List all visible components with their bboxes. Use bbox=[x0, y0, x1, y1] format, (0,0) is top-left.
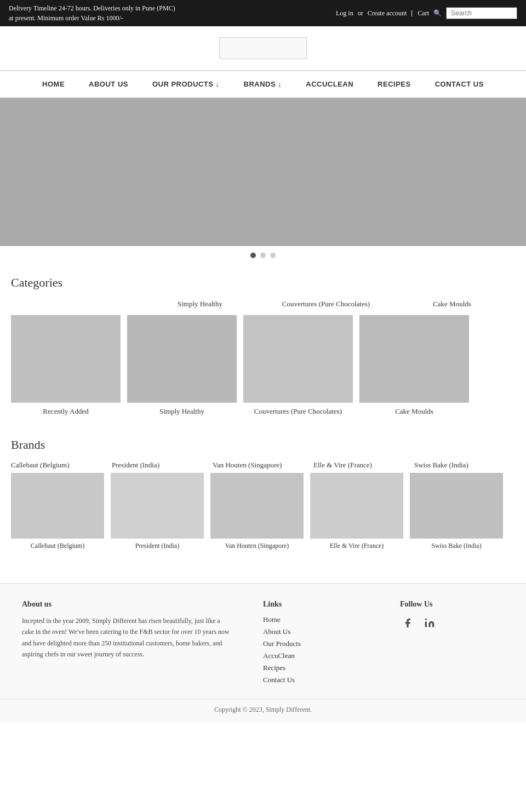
category-img-2 bbox=[243, 315, 353, 403]
nav-contact[interactable]: CONTACT US bbox=[423, 71, 496, 97]
svg-point-1 bbox=[425, 619, 427, 620]
footer-follow-title: Follow Us bbox=[400, 600, 504, 609]
footer-about-text: Incepted in the year 2009, Simply Differ… bbox=[22, 615, 230, 660]
slider-dot-3[interactable] bbox=[270, 253, 276, 258]
logo bbox=[219, 37, 307, 59]
category-label-cake-moulds: Cake Moulds bbox=[359, 407, 469, 416]
brand-label-callebaut: Callebaut (Belgium) bbox=[11, 542, 104, 550]
facebook-icon[interactable] bbox=[400, 615, 415, 631]
footer-link-recipes[interactable]: Recipes bbox=[263, 664, 367, 672]
footer-about-title: About us bbox=[22, 600, 230, 609]
categories-title: Categories bbox=[11, 276, 515, 290]
announcement: Delivery Timeline 24-72 hours. Deliverie… bbox=[9, 3, 175, 23]
category-img-3 bbox=[359, 315, 469, 403]
brand-item-2[interactable]: Van Houten (Singapore) bbox=[210, 473, 304, 550]
brand-item-3[interactable]: Elle & Vire (France) bbox=[310, 473, 403, 550]
top-bar: Delivery Timeline 24-72 hours. Deliverie… bbox=[0, 0, 526, 26]
svg-rect-0 bbox=[425, 622, 427, 627]
footer: About us Incepted in the year 2009, Simp… bbox=[0, 583, 526, 699]
category-item-0[interactable]: Recently Added bbox=[11, 315, 121, 416]
cat-label-2: Couvertures (Pure Chocolates) bbox=[263, 298, 389, 311]
footer-link-contact[interactable]: Contact Us bbox=[263, 676, 367, 684]
brand-item-0[interactable]: Callebaut (Belgium) bbox=[11, 473, 104, 550]
brand-top-label-3: Elle & Vire (France) bbox=[313, 460, 414, 471]
hero-slider bbox=[0, 98, 526, 246]
brands-section: Brands Callebaut (Belgium) President (In… bbox=[0, 438, 526, 561]
cart-link[interactable]: Cart bbox=[418, 9, 429, 18]
slider-dot-2[interactable] bbox=[260, 253, 266, 258]
brand-label-top-row: Callebaut (Belgium) President (India) Va… bbox=[0, 460, 526, 471]
category-item-1[interactable]: Simply Healthy bbox=[127, 315, 237, 416]
brand-label-vanhouten: Van Houten (Singapore) bbox=[210, 542, 304, 550]
cart-bracket: [ bbox=[411, 9, 413, 18]
copyright: Copyright © 2023, Simply Different. bbox=[0, 699, 526, 723]
nav-home[interactable]: HOME bbox=[30, 71, 77, 97]
footer-links-title: Links bbox=[263, 600, 367, 609]
brands-title: Brands bbox=[11, 438, 515, 452]
category-label-couvertures: Couvertures (Pure Chocolates) bbox=[243, 407, 353, 416]
footer-follow: Follow Us bbox=[400, 600, 504, 688]
brand-label-ellevire: Elle & Vire (France) bbox=[310, 542, 403, 550]
main-nav: HOME ABOUT US OUR PRODUCTS ↓ BRANDS ↓ AC… bbox=[0, 70, 526, 98]
brand-top-label-0: Callebaut (Belgium) bbox=[11, 460, 112, 471]
footer-link-products[interactable]: Our Products bbox=[263, 639, 367, 648]
cat-label-1: Simply Healthy bbox=[137, 298, 263, 311]
or-text: or bbox=[358, 9, 363, 18]
cat-label-0 bbox=[11, 298, 137, 311]
top-bar-right: Log in or Create account [ Cart 🔍 bbox=[336, 7, 517, 19]
nav-products[interactable]: OUR PRODUCTS ↓ bbox=[140, 71, 232, 97]
brand-label-swissbake: Swiss Bake (India) bbox=[410, 542, 503, 550]
nav-brands[interactable]: BRANDS ↓ bbox=[232, 71, 294, 97]
linkedin-icon[interactable] bbox=[422, 615, 437, 631]
slider-dots bbox=[0, 246, 526, 265]
brand-top-label-1: President (India) bbox=[112, 460, 213, 471]
create-account-link[interactable]: Create account bbox=[368, 9, 407, 18]
search-input[interactable] bbox=[446, 7, 517, 19]
brand-thumbs: Callebaut (Belgium) President (India) Va… bbox=[0, 473, 526, 550]
slider-dot-1[interactable] bbox=[250, 253, 256, 258]
category-item-3[interactable]: Cake Moulds bbox=[359, 315, 469, 416]
brand-img-1 bbox=[111, 473, 204, 539]
search-icon: 🔍 bbox=[433, 9, 442, 18]
footer-links: Links Home About Us Our Products AccuCle… bbox=[263, 600, 367, 688]
brand-top-label-2: Van Houten (Singapore) bbox=[213, 460, 313, 471]
category-img-0 bbox=[11, 315, 121, 403]
footer-link-home[interactable]: Home bbox=[263, 615, 367, 624]
brand-item-4[interactable]: Swiss Bake (India) bbox=[410, 473, 503, 550]
brand-img-0 bbox=[11, 473, 104, 539]
brand-label-president: President (India) bbox=[111, 542, 204, 550]
footer-link-accuclean[interactable]: AccuClean bbox=[263, 651, 367, 660]
social-icons bbox=[400, 615, 504, 631]
category-img-1 bbox=[127, 315, 237, 403]
category-item-2[interactable]: Couvertures (Pure Chocolates) bbox=[243, 315, 353, 416]
brand-item-1[interactable]: President (India) bbox=[111, 473, 204, 550]
category-label-row: Simply Healthy Couvertures (Pure Chocola… bbox=[0, 298, 526, 311]
cat-label-3: Cake Moulds bbox=[389, 298, 515, 311]
category-label-recently-added: Recently Added bbox=[11, 407, 121, 416]
brand-img-3 bbox=[310, 473, 403, 539]
nav-recipes[interactable]: RECIPES bbox=[365, 71, 423, 97]
brand-img-2 bbox=[210, 473, 304, 539]
categories-section: Categories Simply Healthy Couvertures (P… bbox=[0, 276, 526, 427]
login-link[interactable]: Log in bbox=[336, 9, 353, 18]
category-thumbs: Recently Added Simply Healthy Couverture… bbox=[0, 315, 526, 416]
footer-link-about[interactable]: About Us bbox=[263, 627, 367, 636]
nav-about[interactable]: ABOUT US bbox=[77, 71, 140, 97]
logo-area bbox=[0, 26, 526, 65]
nav-accuclean[interactable]: ACCUCLEAN bbox=[294, 71, 365, 97]
footer-about: About us Incepted in the year 2009, Simp… bbox=[22, 600, 230, 688]
category-label-simply-healthy: Simply Healthy bbox=[127, 407, 237, 416]
brand-img-4 bbox=[410, 473, 503, 539]
brand-top-label-4: Swiss Bake (India) bbox=[414, 460, 515, 471]
